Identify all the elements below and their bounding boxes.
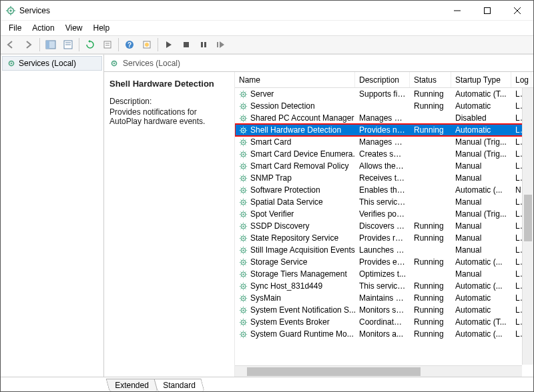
- service-row[interactable]: SysMainMaintains a...RunningAutomaticLoc: [235, 292, 533, 304]
- svg-line-148: [240, 228, 241, 229]
- service-name: Storage Service: [250, 257, 307, 267]
- tab-extended[interactable]: Extended: [105, 379, 158, 391]
- svg-line-176: [240, 259, 241, 260]
- window-title: Services: [19, 6, 442, 15]
- menubar: File Action View Help: [1, 21, 533, 35]
- vertical-scrollbar[interactable]: [522, 88, 533, 365]
- col-header-logon[interactable]: Log: [511, 72, 531, 87]
- close-button[interactable]: [502, 1, 532, 20]
- svg-line-197: [245, 288, 246, 289]
- service-startup: Automatic: [451, 101, 511, 111]
- service-startup: Automatic (...: [451, 185, 511, 195]
- service-row[interactable]: System Event Notification S...Monitors s…: [235, 304, 533, 316]
- svg-point-21: [145, 43, 149, 47]
- start-service-button[interactable]: [161, 37, 177, 52]
- service-row[interactable]: SSDP DiscoveryDiscovers n...RunningManua…: [235, 220, 533, 232]
- minimize-button[interactable]: [442, 1, 472, 20]
- help-button[interactable]: ?: [121, 37, 138, 52]
- service-startup: Manual: [451, 269, 511, 279]
- service-name: Software Protection: [250, 185, 320, 195]
- svg-line-78: [240, 144, 241, 145]
- scrollbar-thumb[interactable]: [524, 195, 532, 241]
- scrollbar-thumb[interactable]: [247, 367, 421, 376]
- col-header-status[interactable]: Status: [410, 72, 451, 87]
- service-description: Discovers n...: [355, 221, 410, 231]
- svg-point-191: [242, 285, 244, 287]
- service-row[interactable]: Spot VerifierVerifies pote...Manual (Tri…: [235, 208, 533, 220]
- tab-standard[interactable]: Standard: [154, 379, 204, 391]
- service-row[interactable]: Smart Card Device Enumera...Creates soft…: [235, 148, 533, 160]
- svg-line-156: [240, 235, 241, 236]
- service-row[interactable]: Shared PC Account ManagerManages pr...Di…: [235, 112, 533, 124]
- service-row[interactable]: Storage ServiceProvides en...RunningAuto…: [235, 256, 533, 268]
- service-status: Running: [410, 257, 451, 267]
- service-description: Verifies pote...: [355, 209, 410, 219]
- service-icon: [239, 126, 248, 135]
- col-header-name[interactable]: Name: [235, 72, 355, 87]
- export-list-button[interactable]: [60, 37, 76, 52]
- menu-file[interactable]: File: [3, 22, 27, 34]
- svg-rect-7: [484, 7, 490, 13]
- svg-line-157: [245, 240, 246, 241]
- service-name: System Guard Runtime Mo...: [250, 329, 354, 339]
- horizontal-scrollbar[interactable]: [235, 365, 522, 377]
- show-hide-tree-button[interactable]: [43, 37, 59, 52]
- service-row[interactable]: Session DetectionRunningAutomaticLoc: [235, 100, 533, 112]
- service-startup: Manual: [451, 233, 511, 243]
- service-row[interactable]: Shell Hardware DetectionProvides no...Ru…: [235, 124, 533, 136]
- service-rows[interactable]: ServerSupports fil...RunningAutomatic (T…: [235, 88, 533, 377]
- properties-button[interactable]: [99, 37, 115, 52]
- svg-line-87: [245, 156, 246, 157]
- maximize-button[interactable]: [472, 1, 502, 20]
- pause-service-button[interactable]: [196, 37, 212, 52]
- service-row[interactable]: SNMP TrapReceives tra...ManualLoc: [235, 172, 533, 184]
- svg-line-179: [245, 259, 246, 260]
- svg-text:?: ?: [127, 41, 131, 49]
- titlebar[interactable]: Services: [1, 1, 533, 21]
- service-row[interactable]: Smart CardManages ac...Manual (Trig...Lo…: [235, 136, 533, 148]
- services-icon: [7, 59, 16, 68]
- svg-line-118: [240, 192, 241, 193]
- svg-line-207: [245, 300, 246, 301]
- service-icon: [239, 102, 248, 111]
- service-description: Launches a...: [355, 245, 410, 255]
- service-icon: [239, 246, 248, 255]
- service-row[interactable]: ServerSupports fil...RunningAutomatic (T…: [235, 88, 533, 100]
- service-description: Maintains a...: [355, 293, 410, 303]
- service-status: Running: [410, 329, 451, 339]
- svg-line-36: [240, 91, 241, 92]
- menu-view[interactable]: View: [60, 22, 88, 34]
- help-topics-button[interactable]: [139, 37, 155, 52]
- service-icon: [239, 198, 248, 207]
- forward-button[interactable]: [21, 37, 37, 52]
- service-row[interactable]: Sync Host_831d449This service ...Running…: [235, 280, 533, 292]
- service-icon: [239, 270, 248, 279]
- service-row[interactable]: Storage Tiers ManagementOptimizes t...Ma…: [235, 268, 533, 280]
- service-row[interactable]: Spatial Data ServiceThis service ...Manu…: [235, 196, 533, 208]
- service-description: Coordinates...: [355, 317, 410, 327]
- service-row[interactable]: State Repository ServiceProvides re...Ru…: [235, 232, 533, 244]
- service-row[interactable]: System Events BrokerCoordinates...Runnin…: [235, 316, 533, 328]
- svg-point-61: [242, 129, 244, 131]
- svg-line-218: [240, 312, 241, 313]
- tree-item-services-local[interactable]: Services (Local): [2, 56, 102, 71]
- service-row[interactable]: System Guard Runtime Mo...Monitors a...R…: [235, 328, 533, 340]
- col-header-description[interactable]: Description: [355, 72, 410, 87]
- col-header-startup[interactable]: Startup Type: [451, 72, 511, 87]
- service-row[interactable]: Still Image Acquisition EventsLaunches a…: [235, 244, 533, 256]
- stop-service-button[interactable]: [178, 37, 194, 52]
- service-row[interactable]: Smart Card Removal PolicyAllows the s...…: [235, 160, 533, 172]
- svg-line-58: [240, 120, 241, 121]
- service-row[interactable]: Software ProtectionEnables the ...Automa…: [235, 184, 533, 196]
- back-button[interactable]: [3, 37, 19, 52]
- restart-service-button[interactable]: [213, 37, 229, 52]
- svg-point-111: [242, 189, 244, 191]
- details-panel: Shell Hardware Detection Description: Pr…: [104, 72, 234, 377]
- right-panel: Services (Local) Shell Hardware Detectio…: [104, 55, 533, 377]
- menu-action[interactable]: Action: [27, 22, 59, 34]
- refresh-button[interactable]: [82, 37, 98, 52]
- svg-point-161: [242, 249, 244, 251]
- service-description: Supports fil...: [355, 89, 410, 99]
- menu-help[interactable]: Help: [88, 22, 115, 34]
- service-icon: [239, 162, 248, 171]
